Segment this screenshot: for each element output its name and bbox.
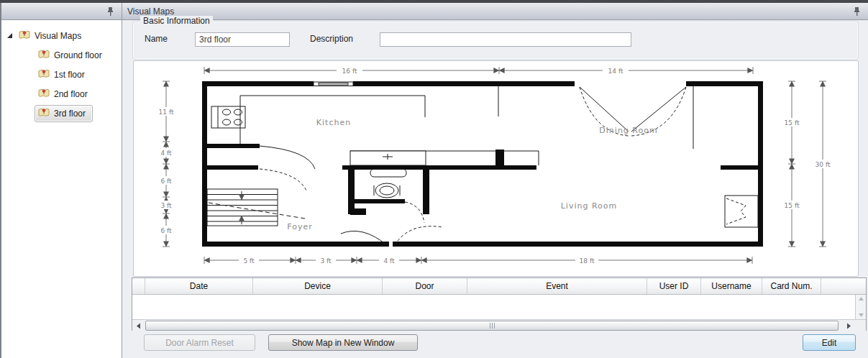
room-label-living: Living Room bbox=[561, 201, 618, 211]
door-alarm-reset-button[interactable]: Door Alarm Reset bbox=[144, 334, 255, 351]
show-map-button[interactable]: Show Map in New Window bbox=[268, 334, 418, 351]
horizontal-scrollbar[interactable] bbox=[132, 319, 866, 331]
dim-label: 6 ft bbox=[160, 178, 172, 185]
dim-label: 18 ft bbox=[580, 257, 595, 265]
tree-root-label: Visual Maps bbox=[35, 31, 81, 41]
dim-label: 4 ft bbox=[160, 150, 172, 157]
tree-item-label: 2nd floor bbox=[54, 89, 88, 99]
button-label: Show Map in New Window bbox=[292, 338, 395, 348]
basic-information-group: Basic Information Name Description bbox=[132, 21, 859, 60]
sidebar: Visual Maps Ground floor 1st floor 2nd f… bbox=[0, 3, 122, 358]
map-icon bbox=[38, 108, 50, 119]
dim-label: 30 ft bbox=[816, 161, 831, 168]
scroll-down-icon[interactable] bbox=[858, 313, 864, 318]
table-header-row: Date Device Door Event User ID Username … bbox=[132, 278, 866, 295]
scrollbar-grip bbox=[490, 323, 495, 329]
scrollbar-thumb[interactable] bbox=[145, 321, 839, 331]
col-header-username[interactable]: Username bbox=[700, 278, 762, 294]
tree-item-label: Ground floor bbox=[54, 50, 102, 60]
description-label: Description bbox=[310, 34, 353, 44]
sidebar-header bbox=[1, 3, 122, 20]
selected-tree-item[interactable]: 3rd floor bbox=[35, 105, 93, 122]
col-header-event[interactable]: Event bbox=[467, 278, 647, 294]
edit-button[interactable]: Edit bbox=[803, 334, 856, 351]
tree-node-ground-floor[interactable]: Ground floor bbox=[1, 45, 122, 65]
app-window: Visual Maps Ground floor 1st floor 2nd f… bbox=[0, 0, 868, 358]
name-label: Name bbox=[145, 34, 168, 44]
main-header: Visual Maps bbox=[122, 3, 868, 20]
tree-node-2nd-floor[interactable]: 2nd floor bbox=[1, 84, 122, 104]
visual-maps-tree: Visual Maps Ground floor 1st floor 2nd f… bbox=[1, 20, 122, 123]
dim-label: 15 ft bbox=[785, 202, 800, 209]
tree-item-label: 1st floor bbox=[54, 70, 85, 80]
dim-label: 3 ft bbox=[160, 202, 172, 209]
vertical-scrollbar[interactable] bbox=[855, 295, 866, 319]
dim-label: 4 ft bbox=[383, 257, 395, 265]
dim-label: 11 ft bbox=[159, 109, 174, 116]
button-label: Door Alarm Reset bbox=[165, 338, 234, 348]
button-label: Edit bbox=[822, 338, 837, 348]
floor-plan-panel: 16 ft 14 ft 11 ft 4 ft 6 ft 3 ft 6 ft 15… bbox=[133, 60, 859, 277]
map-icon bbox=[38, 50, 50, 61]
main-content: Basic Information Name Description bbox=[122, 19, 868, 358]
dim-label: 5 ft bbox=[243, 257, 255, 265]
col-header-blank bbox=[132, 278, 145, 294]
map-icon bbox=[38, 69, 50, 81]
events-table: Date Device Door Event User ID Username … bbox=[132, 277, 867, 331]
scroll-left-icon[interactable] bbox=[132, 320, 145, 331]
map-icon bbox=[19, 30, 30, 42]
table-body-empty bbox=[132, 295, 855, 319]
room-label-dining: Dining Room bbox=[599, 126, 657, 135]
expander-icon[interactable] bbox=[6, 32, 15, 39]
col-header-date[interactable]: Date bbox=[145, 278, 252, 294]
pin-icon[interactable] bbox=[853, 6, 861, 17]
tree-node-visual-maps[interactable]: Visual Maps bbox=[1, 26, 122, 45]
col-header-device[interactable]: Device bbox=[252, 278, 382, 294]
floor-plan: 16 ft 14 ft 11 ft 4 ft 6 ft 3 ft 6 ft 15… bbox=[134, 61, 856, 275]
room-label-kitchen: Kitchen bbox=[316, 118, 351, 127]
group-label: Basic Information bbox=[140, 16, 213, 26]
name-input[interactable] bbox=[195, 32, 290, 47]
tree-item-label: 3rd floor bbox=[54, 109, 86, 119]
dim-label: 3 ft bbox=[320, 257, 332, 265]
pin-icon[interactable] bbox=[106, 6, 114, 17]
main-panel: Visual Maps Basic Information Name Descr… bbox=[122, 3, 868, 358]
col-header-user-id[interactable]: User ID bbox=[647, 278, 700, 294]
dim-label: 16 ft bbox=[342, 68, 357, 75]
dim-label: 15 ft bbox=[785, 119, 800, 127]
map-icon bbox=[38, 88, 50, 100]
dim-label: 14 ft bbox=[608, 68, 623, 75]
dim-label: 6 ft bbox=[160, 227, 172, 234]
scroll-right-icon[interactable] bbox=[843, 320, 855, 331]
room-label-foyer: Foyer bbox=[287, 222, 312, 231]
description-input[interactable] bbox=[380, 32, 631, 47]
col-header-spacer bbox=[821, 278, 866, 294]
col-header-card-num[interactable]: Card Num. bbox=[762, 278, 821, 294]
tree-node-3rd-floor[interactable]: 3rd floor bbox=[1, 104, 122, 123]
tree-node-1st-floor[interactable]: 1st floor bbox=[1, 65, 122, 84]
scrollbar-corner bbox=[855, 320, 866, 331]
page-title: Visual Maps bbox=[122, 6, 174, 17]
col-header-door[interactable]: Door bbox=[382, 278, 467, 294]
scroll-up-icon[interactable] bbox=[858, 296, 864, 301]
